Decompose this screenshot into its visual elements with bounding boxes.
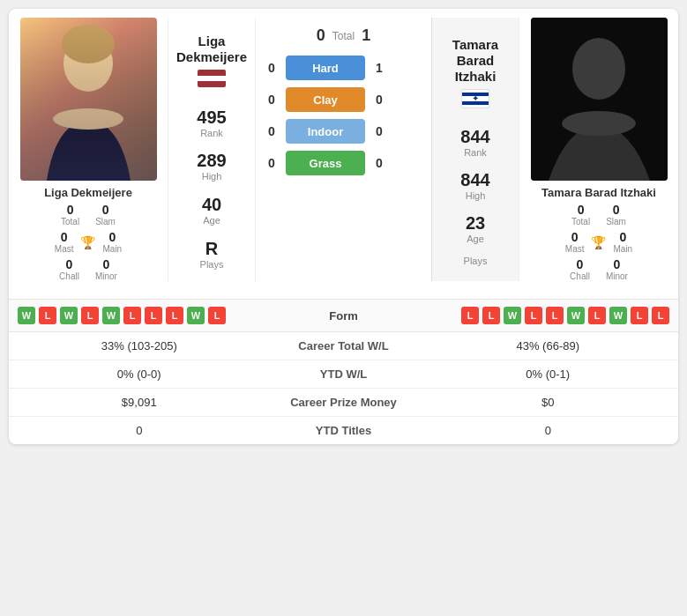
stats-right-value: $0 (432, 396, 665, 409)
player2-header-name-section: Tamara BaradItzhaki ✦ (439, 33, 512, 115)
stats-center-label: Career Total W/L (256, 339, 432, 353)
player1-main: 0 Main (102, 230, 122, 254)
stats-row: 0% (0-0) YTD W/L 0% (0-1) (9, 360, 678, 389)
form-badge: W (504, 307, 521, 324)
hard-row: 0 Hard 1 (265, 56, 422, 80)
form-badge: W (18, 307, 35, 324)
player1-stats-row1: 0 Total 0 Slam (61, 203, 116, 226)
player1-header-name: LigaDekmeijere (176, 33, 247, 65)
form-row: WLWLWLLLWL Form LLWLLWLWLL (9, 299, 678, 332)
player2-total: 0 Total (571, 203, 590, 226)
form-badge: W (609, 307, 627, 324)
player2-main: 0 Main (613, 230, 632, 254)
form-badge: L (525, 307, 542, 324)
svg-point-6 (572, 38, 625, 100)
score-header: 0 Total 1 (265, 26, 422, 45)
player1-total: 0 Total (61, 203, 79, 226)
svg-point-7 (562, 111, 636, 136)
trophy-icon-left: 🏆 (80, 235, 95, 249)
form-badge: L (81, 307, 99, 324)
player2-name: Tamara Barad Itzhaki (541, 186, 656, 199)
match-card: Liga Dekmeijere 0 Total 0 Slam 0 Mast 🏆 (9, 9, 678, 444)
form-badge: W (567, 307, 585, 324)
player1-age-block: 40 Age (202, 195, 221, 226)
player2-rank-block: 844 Rank (460, 127, 489, 158)
player2-stats-row2: 0 Mast 🏆 0 Main (565, 230, 632, 254)
form-badge: W (187, 307, 205, 324)
form-badge: L (588, 307, 606, 324)
stats-center-label: YTD W/L (256, 367, 432, 381)
player1-slam: 0 Slam (95, 203, 116, 226)
clay-row: 0 Clay 0 (265, 87, 422, 112)
court-section: 0 Total 1 0 Hard 1 0 Clay 0 0 Indoor (256, 18, 431, 281)
player1-rankings: LigaDekmeijere 495 Rank 289 High 40 Age … (168, 18, 256, 281)
player1-form: WLWLWLLLWL (18, 307, 291, 324)
player1-flag (198, 70, 226, 87)
form-badge: W (60, 307, 78, 324)
grass-button[interactable]: Grass (286, 151, 365, 175)
player2-age-block: 23 Age (466, 213, 485, 244)
form-badge: L (482, 307, 500, 324)
indoor-row: 0 Indoor 0 (265, 119, 422, 144)
player2-chall: 0 Chall (570, 257, 590, 281)
player2-slam: 0 Slam (606, 203, 626, 226)
player1-minor: 0 Minor (95, 257, 117, 281)
stats-left-value: 0% (0-0) (23, 367, 256, 381)
player1-stats-row2: 0 Mast 🏆 0 Main (55, 230, 122, 254)
player1-panel: Liga Dekmeijere 0 Total 0 Slam 0 Mast 🏆 (9, 18, 168, 281)
stats-row: 0 YTD Titles 0 (9, 417, 678, 444)
form-badge: L (461, 307, 479, 324)
grass-row: 0 Grass 0 (265, 151, 422, 175)
player2-panel: Tamara Barad Itzhaki 0 Total 0 Slam 0 Ma… (519, 18, 678, 281)
player2-stats-row3: 0 Chall 0 Minor (570, 257, 628, 281)
player2-high-block: 844 High (460, 170, 489, 201)
form-badge: L (123, 307, 141, 324)
stats-left-value: 0 (23, 424, 256, 437)
player1-plays-block: R Plays (200, 239, 224, 270)
stats-center-label: YTD Titles (256, 424, 432, 437)
player2-flag: ✦ (461, 89, 489, 108)
player2-photo (531, 18, 668, 181)
stats-row: 33% (103-205) Career Total W/L 43% (66-8… (9, 332, 678, 360)
star-of-david: ✦ (472, 94, 479, 103)
player2-plays-block: Plays (464, 256, 488, 266)
form-badge: L (166, 307, 183, 324)
form-label: Form (291, 309, 397, 323)
middle-section: LigaDekmeijere 495 Rank 289 High 40 Age … (168, 18, 519, 281)
stats-center-label: Career Prize Money (256, 396, 432, 409)
player2-form: LLWLLWLWLL (397, 307, 670, 324)
player1-photo (20, 18, 157, 181)
player2-stats-row1: 0 Total 0 Slam (571, 203, 626, 226)
hard-button[interactable]: Hard (286, 56, 365, 80)
top-section: Liga Dekmeijere 0 Total 0 Slam 0 Mast 🏆 (9, 9, 678, 290)
trophy-icon-right: 🏆 (591, 235, 606, 249)
stats-table: 33% (103-205) Career Total W/L 43% (66-8… (9, 332, 678, 444)
stats-row: $9,091 Career Prize Money $0 (9, 389, 678, 417)
form-badge: L (631, 307, 648, 324)
bottom-section: WLWLWLLLWL Form LLWLLWLWLL 33% (103-205)… (9, 299, 678, 444)
player1-name: Liga Dekmeijere (44, 186, 132, 199)
stats-right-value: 0% (0-1) (432, 367, 665, 381)
player1-stats-row3: 0 Chall 0 Minor (59, 257, 117, 281)
stats-right-value: 43% (66-89) (432, 339, 665, 353)
form-badge: L (546, 307, 564, 324)
form-badge: L (208, 307, 226, 324)
form-badge: L (145, 307, 162, 324)
player2-rankings: Tamara BaradItzhaki ✦ 844 Rank 844 High … (431, 18, 519, 281)
player2-minor: 0 Minor (606, 257, 628, 281)
indoor-button[interactable]: Indoor (286, 119, 365, 144)
stats-left-value: $9,091 (23, 396, 256, 409)
form-badge: L (39, 307, 56, 324)
player1-mast: 0 Mast (55, 230, 74, 254)
stats-right-value: 0 (432, 424, 665, 437)
svg-rect-4 (20, 18, 157, 181)
stats-left-value: 33% (103-205) (23, 339, 256, 353)
player1-chall: 0 Chall (59, 257, 79, 281)
form-badge: L (652, 307, 669, 324)
player1-header-name-section: LigaDekmeijere (176, 29, 247, 94)
player1-high-block: 289 High (197, 151, 226, 182)
form-badge: W (102, 307, 120, 324)
player2-header-name: Tamara BaradItzhaki (439, 37, 512, 85)
clay-button[interactable]: Clay (286, 87, 365, 112)
player2-mast: 0 Mast (565, 230, 585, 254)
